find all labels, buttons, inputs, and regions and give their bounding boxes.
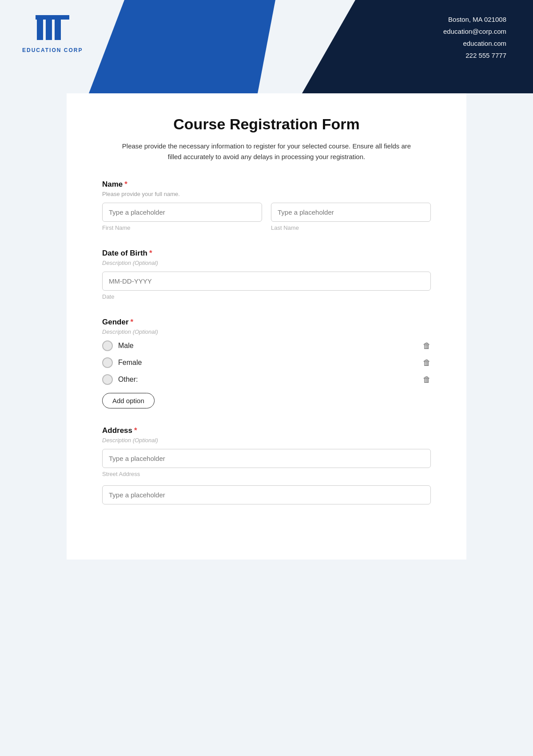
gender-option-male: Male 🗑 (102, 340, 431, 351)
gender-option-other: Other: 🗑 (102, 374, 431, 385)
svg-rect-2 (55, 18, 61, 40)
svg-rect-0 (37, 18, 43, 40)
gender-desc: Description (Optional) (102, 328, 431, 335)
logo-area: EDUCATION CORP (22, 13, 83, 53)
radio-female[interactable] (102, 357, 113, 368)
radio-female-label: Female (118, 359, 142, 367)
address-required: * (134, 426, 137, 435)
delete-other-icon[interactable]: 🗑 (423, 375, 431, 384)
radio-male[interactable] (102, 340, 113, 351)
name-sub-labels: First Name Last Name (102, 224, 431, 231)
radio-other[interactable] (102, 374, 113, 385)
radio-other-label: Other: (118, 376, 138, 384)
dob-input[interactable] (102, 272, 431, 291)
dob-label: Date of Birth* (102, 249, 431, 258)
address-label: Address* (102, 426, 431, 435)
name-subdesc: Please provide your full name. (102, 191, 431, 197)
name-section: Name* Please provide your full name. Fir… (102, 180, 431, 231)
street-label: Street Address (102, 471, 431, 477)
form-container: Course Registration Form Please provide … (67, 93, 466, 560)
contact-email: education@corp.com (443, 25, 506, 37)
form-title: Course Registration Form (102, 116, 431, 133)
dob-sub-label: Date (102, 293, 431, 300)
dob-required: * (149, 249, 152, 257)
last-name-input[interactable] (271, 203, 431, 222)
svg-rect-3 (36, 15, 69, 20)
gender-section: Gender* Description (Optional) Male 🗑 Fe… (102, 318, 431, 408)
form-description: Please provide the necessary information… (115, 141, 418, 162)
gender-label: Gender* (102, 318, 431, 327)
add-option-button[interactable]: Add option (102, 393, 155, 408)
apt-address-input[interactable] (102, 485, 431, 504)
gender-option-female: Female 🗑 (102, 357, 431, 368)
header: EDUCATION CORP Boston, MA 021008 educati… (0, 0, 533, 93)
radio-male-label: Male (118, 342, 134, 350)
logo-icon (35, 13, 70, 44)
contact-phone: 222 555 7777 (443, 49, 506, 61)
gender-required: * (131, 318, 134, 326)
first-name-label: First Name (102, 224, 262, 231)
contact-address: Boston, MA 021008 (443, 13, 506, 25)
name-inputs (102, 203, 431, 222)
first-name-input[interactable] (102, 203, 262, 222)
header-contact: Boston, MA 021008 education@corp.com edu… (443, 13, 506, 61)
name-label: Name* (102, 180, 431, 189)
contact-website: education.com (443, 37, 506, 49)
delete-male-icon[interactable]: 🗑 (423, 341, 431, 351)
header-bg-blue (89, 0, 275, 93)
address-desc: Description (Optional) (102, 437, 431, 444)
dob-section: Date of Birth* Description (Optional) Da… (102, 249, 431, 300)
dob-desc: Description (Optional) (102, 260, 431, 266)
svg-rect-1 (46, 18, 52, 40)
street-address-input[interactable] (102, 449, 431, 468)
last-name-label: Last Name (271, 224, 431, 231)
delete-female-icon[interactable]: 🗑 (423, 358, 431, 368)
logo-text: EDUCATION CORP (22, 47, 83, 53)
address-section: Address* Description (Optional) Street A… (102, 426, 431, 506)
name-required: * (124, 180, 127, 188)
